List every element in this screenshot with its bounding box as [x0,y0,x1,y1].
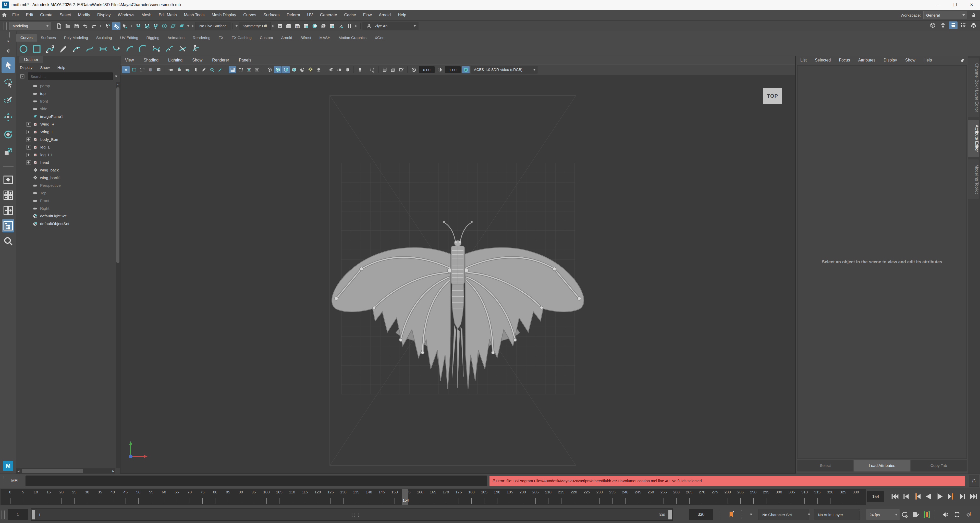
bookmark-add-icon[interactable] [726,509,736,520]
select-tool[interactable] [2,57,15,73]
snap-point-icon[interactable] [151,22,160,30]
film-gate-display-icon[interactable] [237,66,245,73]
play-backwards-button[interactable] [923,490,934,503]
outliner-menu-display[interactable]: Display [20,65,32,70]
menu-cache[interactable]: Cache [341,13,360,17]
resolution-gate-icon[interactable] [138,66,146,73]
magnifier-icon[interactable] [2,234,14,248]
step-forward-key-button[interactable] [946,490,956,503]
script-editor-icon[interactable]: {;} [969,475,979,487]
expand-toggle[interactable] [27,138,31,142]
outliner-item-Wing_R[interactable]: Wing_R [16,121,115,128]
redo-icon[interactable] [89,22,98,30]
expand-toggle[interactable] [27,145,31,149]
camera-settings-icon[interactable] [183,66,191,73]
select-component-icon[interactable] [121,22,129,30]
menu-edit-mesh[interactable]: Edit Mesh [155,13,180,17]
menu-create[interactable]: Create [37,13,56,17]
colormanagement-on-icon[interactable]: ON [462,66,469,73]
curve-cross-icon[interactable] [97,43,109,55]
side-tab-modeling-toolkit[interactable]: Modeling Toolkit [968,159,979,199]
xray-toggle-icon[interactable] [253,66,261,73]
scroll-up-icon[interactable]: ▲ [116,82,120,86]
outliner-horizontal-scrollbar[interactable]: ◀ ▶ [16,468,115,474]
outliner-item-Top[interactable]: Top [16,189,115,197]
shelf-drag-handle[interactable] [6,32,10,38]
menu-windows[interactable]: Windows [114,13,138,17]
go-to-start-button[interactable] [890,490,900,503]
menu-mesh[interactable]: Mesh [138,13,155,17]
workspace-cube-icon[interactable] [928,21,937,29]
live-surface-field[interactable]: No Live Surface [196,22,231,30]
camera-lock-icon[interactable] [175,66,183,73]
menu-uv[interactable]: UV [304,13,317,17]
animation-end-field[interactable]: 330 [689,509,713,520]
status-drag-handle[interactable] [3,22,6,30]
ae-menu-help[interactable]: Help [924,58,932,62]
expand-toggle[interactable] [27,130,31,134]
range-drag-handle[interactable] [2,510,5,519]
maximize-button[interactable]: ❐ [946,0,963,10]
outliner-item-head[interactable]: head [16,159,115,166]
shelf-tab-custom[interactable]: Custom [256,34,277,41]
side-tab-channel-box-layer-editor[interactable]: Channel Box / Layer Editor [968,58,979,117]
use-all-lights-icon[interactable] [307,66,314,73]
scrollbar-thumb[interactable] [22,469,83,473]
workspace-layers-icon[interactable] [969,21,978,29]
ae-menu-selected[interactable]: Selected [815,58,831,62]
home-icon[interactable] [0,11,9,19]
shelf-tab-fx-caching[interactable]: FX Caching [228,34,256,41]
snap-projected-center-icon[interactable] [160,22,169,30]
lasso-tool[interactable] [2,75,15,90]
shadows-toggle-icon[interactable] [315,66,322,73]
shelf-tab-animation[interactable]: Animation [163,34,189,41]
outliner-item-wing_back[interactable]: wing_back [16,166,115,174]
shelf-tab-bifrost[interactable]: Bifrost [296,34,315,41]
outliner-item-wing_back1[interactable]: wing_back1 [16,174,115,182]
shelf-tab-mash[interactable]: MASH [315,34,334,41]
layout-split-button[interactable] [2,204,14,217]
go-to-end-button[interactable] [968,490,979,503]
curve-swoop-icon[interactable] [124,43,135,55]
outliner-item-Front[interactable]: Front [16,197,115,205]
scroll-right-icon[interactable]: ▶ [111,469,115,473]
time-slider[interactable]: 0510152025303540455055606570758085909510… [0,489,865,505]
ep-curve-icon[interactable] [71,43,82,55]
viewport-menu-view[interactable]: View [125,58,134,62]
menu-select[interactable]: Select [56,13,74,17]
annotate-icon[interactable] [397,66,405,73]
gamma-field[interactable]: 1.00 [445,66,461,73]
paint-effects-icon[interactable] [336,22,345,30]
mel-command-input[interactable] [25,475,487,486]
ae-menu-focus[interactable]: Focus [839,58,850,62]
grid-toggle-icon[interactable] [229,66,236,73]
mute-audio-icon[interactable] [940,509,950,520]
viewport-menu-renderer[interactable]: Renderer [212,58,229,62]
viewport-canvas[interactable]: TOP [121,75,795,473]
pencil-curve-icon[interactable] [58,43,69,55]
animation-start-field[interactable]: 1 [8,509,28,520]
shelf-tab-motion-graphics[interactable]: Motion Graphics [334,34,371,41]
command-language-label[interactable]: MEL [11,478,23,483]
select-object-icon[interactable] [112,22,121,30]
render-looks-icon[interactable]: X [319,22,328,30]
menu-display[interactable]: Display [94,13,114,17]
anim-layer-dropdown[interactable]: No Anim Layer [814,509,859,520]
search-options-icon[interactable] [115,76,118,77]
auto-key-icon[interactable] [922,509,932,520]
arc-tool-icon[interactable] [137,43,148,55]
shelf-tab-rendering[interactable]: Rendering [189,34,215,41]
depth-of-field-icon[interactable] [344,66,351,73]
snap-grid-icon[interactable] [134,22,143,30]
workspace-character-icon[interactable] [939,21,947,29]
grease-pencil-icon[interactable] [216,66,224,73]
shelf-gear-icon[interactable] [0,47,16,54]
snap-curve-icon[interactable] [143,22,151,30]
character-set-menu-icon[interactable] [750,513,752,515]
step-forward-frame-button[interactable] [957,490,968,503]
outliner-item-leg_L1[interactable]: leg_L1 [16,151,115,159]
move-tool[interactable] [2,109,15,125]
anim-preferences-icon[interactable] [964,509,974,520]
render-settings-icon[interactable] [302,22,310,30]
ae-menu-attributes[interactable]: Attributes [858,58,876,62]
